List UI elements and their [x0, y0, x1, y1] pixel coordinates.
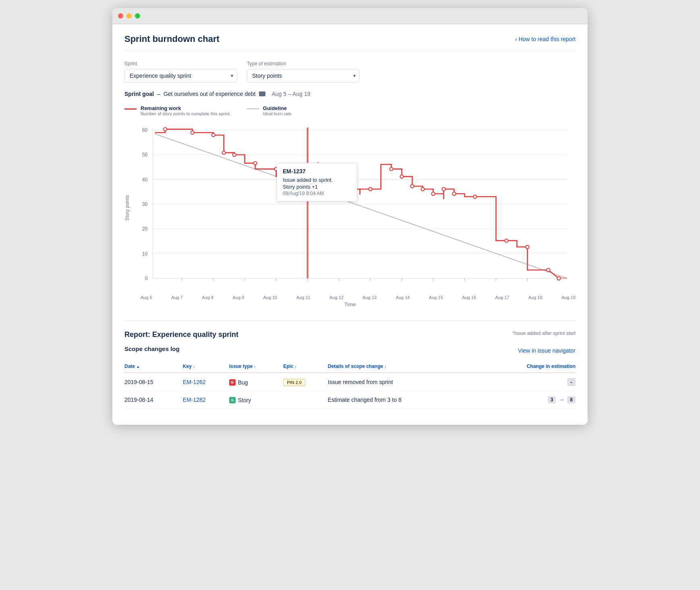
- th-issue-type[interactable]: Issue type ↕: [229, 360, 284, 373]
- sprint-goal-dash: –: [157, 91, 160, 97]
- chart-inner[interactable]: 0 10 20 30 40 50 60: [132, 123, 576, 293]
- estimation-label: Type of estimation: [247, 61, 360, 66]
- how-to-link[interactable]: › How to read this report: [515, 36, 576, 42]
- table-row: 2019-08-15 EM-1262 B Bug PIN 2.0: [124, 373, 576, 391]
- th-date[interactable]: Date ▲: [124, 360, 183, 373]
- svg-text:0: 0: [145, 276, 148, 281]
- sprint-select[interactable]: Experience quality sprint: [124, 69, 237, 83]
- svg-point-52: [547, 268, 550, 272]
- x-label-aug11: Aug 11: [296, 295, 311, 300]
- estimation-control: Type of estimation Story points ▾: [247, 61, 360, 83]
- bug-icon: B: [229, 379, 236, 386]
- chevron-right-icon: ›: [515, 36, 517, 42]
- svg-point-45: [421, 187, 424, 191]
- close-button[interactable]: [118, 13, 123, 19]
- svg-point-51: [526, 245, 529, 249]
- scope-changes-table: Date ▲ Key ↕ Issue type ↕ Epic: [124, 360, 576, 409]
- svg-point-49: [473, 195, 476, 198]
- svg-point-38: [285, 175, 288, 178]
- svg-point-44: [410, 185, 414, 188]
- burndown-chart-svg[interactable]: 0 10 20 30 40 50 60: [132, 123, 576, 292]
- svg-point-32: [191, 131, 194, 134]
- sprint-label: Sprint: [124, 61, 237, 66]
- sprint-control: Sprint Experience quality sprint ▾: [124, 61, 237, 83]
- cell-change-1: -: [477, 373, 576, 391]
- report-header-row: Report: Experience quality sprint *Issue…: [124, 330, 576, 341]
- report-section: Report: Experience quality sprint *Issue…: [124, 320, 576, 409]
- cell-epic-2: [283, 391, 328, 409]
- th-key[interactable]: Key ↕: [183, 360, 229, 373]
- svg-point-35: [233, 153, 236, 156]
- sprint-goal-label: Sprint goal: [124, 91, 154, 97]
- svg-point-37: [275, 167, 278, 170]
- legend-gray-line: [247, 108, 259, 109]
- th-details[interactable]: Details of scope change ↕: [328, 360, 477, 373]
- cell-epic-1: PIN 2.0: [283, 373, 328, 391]
- svg-point-46: [431, 192, 435, 195]
- svg-point-47: [442, 187, 445, 191]
- legend-remaining: Remaining work Number of story points to…: [124, 105, 231, 116]
- issue-added-note: *Issue added after sprint start: [512, 330, 576, 336]
- svg-text:60: 60: [142, 127, 148, 133]
- th-epic[interactable]: Epic ↕: [283, 360, 328, 373]
- cell-date-2: 2019-08-14: [124, 391, 183, 409]
- scope-header-row: Scope changes log View in issue navigato…: [124, 345, 576, 355]
- minimize-button[interactable]: [126, 13, 132, 19]
- svg-point-36: [254, 162, 257, 165]
- sort-icon-date: ▲: [136, 365, 140, 369]
- cell-type-2: S Story: [229, 391, 284, 409]
- cell-type-1: B Bug: [229, 373, 284, 391]
- x-label-aug16: Aug 16: [462, 295, 476, 300]
- svg-line-30: [155, 134, 567, 278]
- chart-container: Story points: [124, 123, 576, 307]
- sort-icon-key: ↕: [193, 365, 195, 369]
- cell-key-2: EM-1282: [183, 391, 229, 409]
- svg-point-31: [164, 127, 167, 131]
- cell-change-2: 3 → 8: [477, 391, 576, 409]
- chart-area: Story points: [124, 123, 576, 293]
- x-label-aug18: Aug 18: [528, 295, 543, 300]
- scope-title: Scope changes log: [124, 345, 180, 352]
- svg-point-40: [316, 163, 319, 166]
- sprint-goal-dates: Aug 5 – Aug 19: [272, 91, 311, 97]
- th-change[interactable]: Change in estimation: [477, 360, 576, 373]
- estimation-select-wrapper: Story points ▾: [247, 69, 360, 83]
- cell-date-1: 2019-08-15: [124, 373, 183, 391]
- issue-link-1282[interactable]: EM-1282: [183, 397, 206, 403]
- sprint-goal-row: Sprint goal – Get ourselves out of exper…: [124, 91, 576, 97]
- cell-key-1: EM-1262: [183, 373, 229, 391]
- arrow-right-icon: →: [558, 396, 565, 403]
- svg-point-34: [222, 151, 226, 154]
- sort-icon-type: ↕: [254, 365, 256, 369]
- est-from: 3: [548, 396, 556, 403]
- edit-icon[interactable]: [259, 91, 265, 96]
- x-label-aug15: Aug 15: [429, 295, 443, 300]
- view-navigator-link[interactable]: View in issue navigator: [518, 347, 576, 354]
- svg-point-41: [369, 187, 372, 191]
- main-content: Sprint burndown chart › How to read this…: [112, 24, 588, 425]
- estimation-select[interactable]: Story points: [247, 69, 360, 83]
- issue-type-story: S Story: [229, 397, 251, 403]
- svg-text:40: 40: [142, 177, 148, 183]
- x-label-aug12: Aug 12: [329, 295, 344, 300]
- legend-guideline: Guideline Ideal burn rate: [247, 105, 292, 116]
- cell-details-2: Estimate changed from 3 to 8: [328, 391, 477, 409]
- minus-badge: -: [567, 378, 576, 386]
- issue-link-1262[interactable]: EM-1262: [183, 379, 206, 385]
- svg-text:20: 20: [142, 226, 148, 232]
- est-to: 8: [567, 396, 576, 403]
- svg-text:10: 10: [142, 251, 148, 257]
- x-label-aug10: Aug 10: [263, 295, 278, 300]
- x-label-aug13: Aug 13: [362, 295, 377, 300]
- x-label-aug6: Aug 6: [141, 295, 152, 300]
- legend-row: Remaining work Number of story points to…: [124, 105, 576, 116]
- x-label-aug7: Aug 7: [171, 295, 183, 300]
- svg-text:50: 50: [142, 152, 148, 158]
- svg-point-53: [557, 277, 560, 280]
- maximize-button[interactable]: [135, 13, 140, 19]
- table-row: 2019-08-14 EM-1282 S Story Estimat: [124, 391, 576, 409]
- sort-icon-epic: ↕: [295, 365, 297, 369]
- svg-point-33: [212, 133, 215, 137]
- svg-point-48: [452, 192, 456, 195]
- legend-red-line: [124, 108, 137, 110]
